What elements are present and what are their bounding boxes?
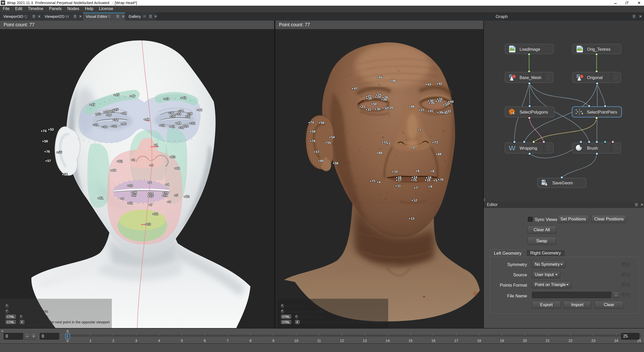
svg-text:36: 36 bbox=[171, 111, 174, 115]
svg-text:22: 22 bbox=[447, 109, 451, 113]
svg-text:33: 33 bbox=[438, 99, 441, 103]
svg-text:49: 49 bbox=[177, 121, 181, 125]
svg-text:19: 19 bbox=[164, 194, 168, 198]
svg-text:SaveGeom: SaveGeom bbox=[552, 181, 573, 185]
svg-text:15: 15 bbox=[150, 194, 154, 198]
svg-text:35: 35 bbox=[172, 115, 175, 118]
svg-text:57: 57 bbox=[316, 150, 319, 154]
svg-text:11: 11 bbox=[397, 184, 401, 188]
svg-text:44: 44 bbox=[450, 100, 454, 104]
svg-text:37: 37 bbox=[187, 115, 191, 118]
svg-text:55: 55 bbox=[327, 141, 331, 144]
svg-text:56: 56 bbox=[64, 173, 68, 176]
svg-text:26: 26 bbox=[108, 113, 112, 117]
svg-text:71: 71 bbox=[372, 179, 376, 183]
svg-text:44: 44 bbox=[199, 108, 202, 112]
svg-text:76: 76 bbox=[312, 139, 316, 143]
svg-text:68: 68 bbox=[379, 151, 382, 155]
svg-text:24: 24 bbox=[614, 339, 618, 343]
svg-text:9: 9 bbox=[430, 185, 432, 188]
svg-text:6: 6 bbox=[150, 181, 152, 184]
svg-text:21: 21 bbox=[546, 339, 550, 343]
svg-text:76: 76 bbox=[46, 150, 50, 153]
svg-text:70: 70 bbox=[186, 195, 190, 199]
svg-text:19: 19 bbox=[427, 178, 430, 182]
svg-text:60: 60 bbox=[320, 159, 324, 163]
svg-text:59: 59 bbox=[44, 140, 48, 143]
svg-text:70: 70 bbox=[440, 178, 444, 182]
svg-text:28: 28 bbox=[383, 98, 387, 101]
svg-text:45: 45 bbox=[379, 76, 383, 79]
svg-text:13: 13 bbox=[411, 217, 414, 220]
svg-text:14: 14 bbox=[386, 339, 390, 343]
svg-text:SelectPolygons: SelectPolygons bbox=[520, 110, 548, 114]
svg-text:13: 13 bbox=[363, 339, 367, 343]
svg-text:42: 42 bbox=[183, 96, 186, 100]
svg-text:42: 42 bbox=[439, 82, 442, 85]
svg-text:8: 8 bbox=[167, 183, 169, 186]
svg-text:9: 9 bbox=[272, 339, 274, 343]
svg-text:30: 30 bbox=[104, 125, 107, 129]
svg-text:53: 53 bbox=[50, 128, 54, 131]
svg-text:Brush: Brush bbox=[587, 146, 598, 150]
svg-text:Base_Mesh: Base_Mesh bbox=[520, 75, 541, 80]
svg-text:35: 35 bbox=[431, 101, 435, 105]
svg-text:22: 22 bbox=[569, 339, 573, 343]
svg-text:21: 21 bbox=[421, 108, 425, 112]
svg-text:19: 19 bbox=[500, 339, 504, 343]
svg-text:47: 47 bbox=[91, 103, 95, 107]
svg-text:37: 37 bbox=[445, 103, 449, 107]
svg-text:12: 12 bbox=[340, 339, 344, 343]
svg-text:28: 28 bbox=[123, 111, 127, 115]
svg-text:18: 18 bbox=[477, 339, 481, 343]
svg-text:15: 15 bbox=[413, 178, 417, 182]
svg-text:0: 0 bbox=[67, 329, 69, 333]
svg-text:71: 71 bbox=[100, 196, 103, 200]
svg-text:73: 73 bbox=[172, 155, 175, 159]
svg-text:31: 31 bbox=[95, 123, 98, 127]
svg-text:32: 32 bbox=[384, 106, 388, 110]
svg-text:4: 4 bbox=[379, 181, 381, 184]
svg-text:69: 69 bbox=[438, 152, 442, 156]
svg-text:30: 30 bbox=[377, 107, 380, 111]
svg-text:56: 56 bbox=[335, 161, 338, 165]
svg-text:68: 68 bbox=[113, 169, 116, 172]
svg-text:6: 6 bbox=[204, 339, 206, 343]
svg-text:Origonal: Origonal bbox=[587, 75, 603, 80]
svg-text:57: 57 bbox=[47, 159, 51, 163]
svg-text:3: 3 bbox=[135, 339, 137, 343]
svg-text:2: 2 bbox=[112, 339, 114, 343]
svg-text:74: 74 bbox=[310, 121, 314, 124]
svg-text:0: 0 bbox=[67, 339, 69, 343]
svg-text:11: 11 bbox=[129, 201, 133, 205]
svg-text:48: 48 bbox=[411, 105, 414, 108]
svg-text:Orig_Textres: Orig_Textres bbox=[587, 47, 611, 52]
svg-text:LoadImage: LoadImage bbox=[520, 47, 540, 51]
svg-text:40: 40 bbox=[123, 122, 126, 126]
svg-text:46: 46 bbox=[392, 79, 396, 83]
svg-text:6: 6 bbox=[418, 169, 420, 173]
svg-text:23: 23 bbox=[591, 339, 596, 343]
svg-text:39: 39 bbox=[439, 111, 443, 114]
svg-text:9: 9 bbox=[169, 200, 171, 204]
svg-text:7: 7 bbox=[151, 203, 152, 207]
svg-text:13: 13 bbox=[147, 222, 151, 226]
svg-text:17: 17 bbox=[454, 339, 458, 343]
svg-text:16: 16 bbox=[431, 339, 436, 343]
svg-text:0: 0 bbox=[413, 146, 415, 150]
svg-text:17: 17 bbox=[133, 194, 137, 197]
svg-text:10: 10 bbox=[394, 170, 398, 174]
svg-text:7: 7 bbox=[227, 339, 229, 343]
svg-text:20: 20 bbox=[390, 106, 393, 110]
svg-text:58: 58 bbox=[321, 121, 324, 125]
svg-text:22: 22 bbox=[192, 122, 195, 125]
svg-text:1: 1 bbox=[156, 143, 158, 147]
svg-text:74: 74 bbox=[43, 129, 47, 133]
svg-text:50: 50 bbox=[115, 118, 118, 122]
svg-text:50: 50 bbox=[373, 102, 377, 106]
svg-text:21: 21 bbox=[161, 124, 165, 127]
svg-text:31: 31 bbox=[368, 108, 371, 111]
svg-text:55: 55 bbox=[58, 151, 62, 154]
svg-text:5: 5 bbox=[181, 339, 183, 343]
svg-text:7: 7 bbox=[416, 186, 418, 190]
